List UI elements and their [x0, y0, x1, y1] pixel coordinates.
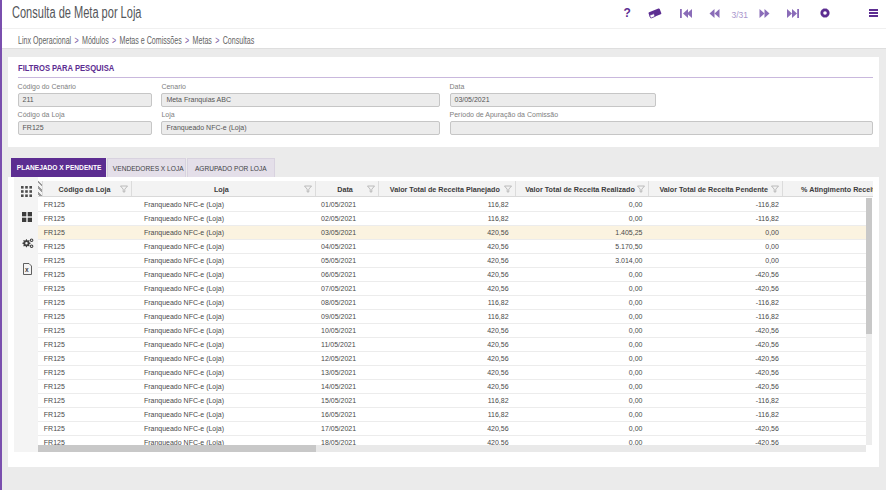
svg-text:x: x [25, 266, 29, 273]
